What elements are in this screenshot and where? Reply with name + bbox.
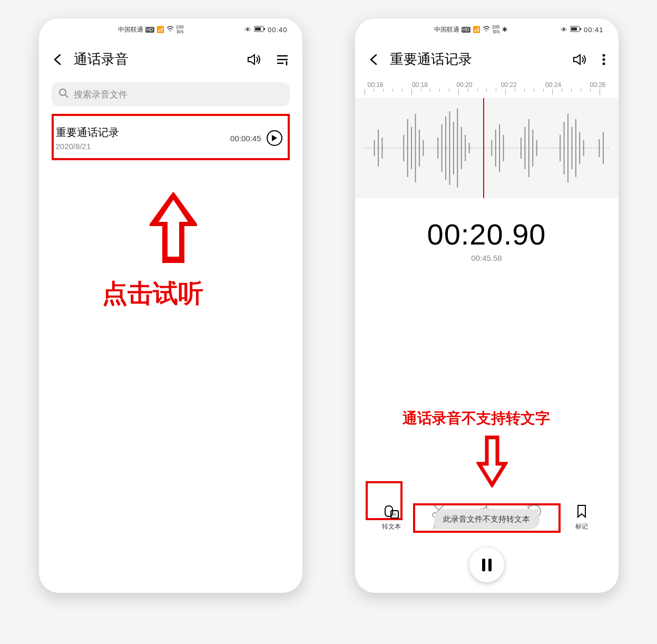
search-placeholder: 搜索录音文件 <box>74 89 128 101</box>
playhead-icon[interactable] <box>483 98 484 198</box>
pause-button[interactable] <box>469 548 504 582</box>
pause-icon <box>481 558 493 572</box>
app-header: 重要通话记录 <box>355 37 619 78</box>
svg-point-7 <box>60 89 66 95</box>
svg-rect-63 <box>482 559 485 571</box>
page-title: 重要通话记录 <box>390 50 564 69</box>
hd-badge: HD <box>145 27 154 33</box>
recording-date: 2020/8/21 <box>56 142 231 151</box>
bookmark-icon <box>574 503 590 519</box>
svg-point-14 <box>602 62 605 65</box>
recording-item[interactable]: 重要通话记录 2020/8/21 00:00:45 <box>52 114 290 160</box>
status-bar: 中国联通 HD 📶 295B/s ✱ 👁 00:41 <box>355 18 619 37</box>
phone-screenshot-right: 中国联通 HD 📶 295B/s ✱ 👁 00:41 重要通话记录 <box>355 18 619 593</box>
carrier-label: 中国联通 <box>434 25 459 34</box>
bluetooth-icon: ✱ <box>502 26 507 33</box>
page-title: 通话录音 <box>74 50 238 69</box>
annotation-text: 点击试听 <box>102 277 203 310</box>
eye-icon: 👁 <box>561 26 568 34</box>
timeline-labels: 00:16 00:18 00:20 00:22 00:24 00:26 <box>365 81 609 89</box>
bookmark-label: 标记 <box>575 522 588 531</box>
filter-icon[interactable] <box>276 54 290 65</box>
svg-rect-1 <box>255 27 261 31</box>
svg-point-12 <box>602 54 605 56</box>
wifi-icon <box>166 26 174 34</box>
search-input[interactable]: 搜索录音文件 <box>52 82 290 106</box>
annotation-arrow-icon <box>150 192 197 268</box>
annotation-text: 通话录音不支持转文字 <box>403 408 550 428</box>
battery-icon <box>570 26 582 34</box>
timeline-ruler <box>365 89 609 98</box>
carrier-label: 中国联通 <box>118 25 143 34</box>
waveform[interactable] <box>355 98 619 198</box>
status-bar: 中国联通 HD 📶 199B/s 👁 00:40 <box>39 18 302 37</box>
status-time: 00:40 <box>268 26 288 34</box>
svg-text:A: A <box>393 512 396 517</box>
signal-icon: 📶 <box>156 26 164 33</box>
current-time: 00:20.90 <box>355 217 619 251</box>
back-icon[interactable] <box>52 53 65 66</box>
hd-badge: HD <box>462 27 470 33</box>
wifi-icon <box>483 26 490 34</box>
play-icon[interactable] <box>267 130 282 146</box>
transcribe-label: 转文本 <box>382 522 401 531</box>
speaker-icon[interactable] <box>247 53 261 66</box>
player-footer: A 转文本 裁剪 静音 1.0 标记 此录音文件不支持转文本 <box>355 503 619 593</box>
transcribe-icon: A <box>384 503 399 519</box>
svg-line-8 <box>65 95 68 97</box>
svg-rect-11 <box>580 28 581 30</box>
net-rate: 295B/s <box>492 25 500 34</box>
annotation-arrow-icon <box>476 435 508 490</box>
speaker-icon[interactable] <box>572 53 587 66</box>
bookmark-button[interactable]: 标记 <box>566 503 597 531</box>
svg-point-13 <box>602 58 605 61</box>
signal-icon: 📶 <box>473 26 481 33</box>
status-time: 00:41 <box>584 26 604 34</box>
more-icon[interactable] <box>602 53 606 66</box>
eye-icon: 👁 <box>244 26 252 34</box>
recording-title: 重要通话记录 <box>56 125 231 140</box>
svg-rect-2 <box>264 28 265 30</box>
toast-message: 此录音文件不支持转文本 <box>434 509 540 530</box>
svg-rect-64 <box>488 559 492 571</box>
transcribe-button[interactable]: A 转文本 <box>376 503 407 531</box>
total-time: 00:45.58 <box>355 253 619 262</box>
phone-screenshot-left: 中国联通 HD 📶 199B/s 👁 00:40 通话录音 <box>39 18 302 593</box>
battery-icon <box>254 26 266 34</box>
search-icon <box>59 89 68 101</box>
back-icon[interactable] <box>368 53 381 66</box>
svg-rect-10 <box>571 27 577 31</box>
timeline[interactable]: 00:16 00:18 00:20 00:22 00:24 00:26 <box>355 81 619 198</box>
recording-duration: 00:00:45 <box>230 134 261 143</box>
app-header: 通话录音 <box>39 37 302 78</box>
net-rate: 199B/s <box>176 25 184 34</box>
